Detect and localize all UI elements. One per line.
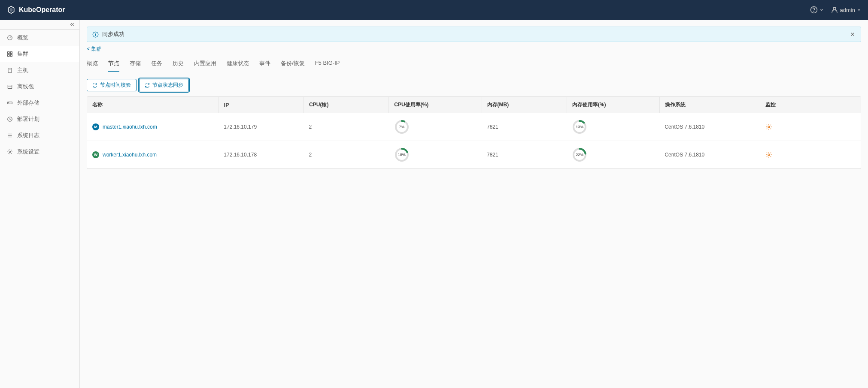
svg-marker-1	[10, 8, 13, 12]
sidebar-item-dashboard[interactable]: 概览	[0, 30, 79, 46]
col-memory-usage: 内存使用率(%)	[567, 97, 659, 113]
tab-7[interactable]: 事件	[259, 56, 270, 72]
nodes-table: 名称 IP CPU(核) CPU使用率(%) 内存(MB) 内存使用率(%) 操…	[87, 96, 861, 169]
cell-cpu: 2	[304, 113, 389, 141]
gauge-value: 13%	[576, 125, 583, 129]
col-memory: 内存(MB)	[482, 97, 567, 113]
close-icon	[850, 31, 856, 37]
sidebar-item-plan[interactable]: 部署计划	[0, 111, 79, 127]
tab-9[interactable]: F5 BIG-IP	[315, 56, 340, 72]
tab-1[interactable]: 节点	[108, 56, 119, 72]
table-row: Wworker1.xiaohu.lxh.com172.16.10.178218%…	[87, 141, 861, 169]
breadcrumb-back[interactable]: < 集群	[87, 45, 861, 53]
help-menu[interactable]	[810, 6, 824, 14]
usage-gauge: 7%	[394, 119, 410, 135]
col-cpu-usage: CPU使用率(%)	[389, 97, 482, 113]
gauge-value: 7%	[399, 125, 404, 129]
tab-4[interactable]: 历史	[173, 56, 184, 72]
alert-message: 同步成功	[102, 30, 124, 38]
alert-close-button[interactable]	[850, 31, 856, 37]
svg-point-34	[768, 154, 770, 156]
cell-cpu-usage: 7%	[389, 113, 482, 141]
tab-5[interactable]: 内置应用	[194, 56, 216, 72]
node-badge: M	[92, 123, 99, 130]
chevron-down-icon	[819, 8, 824, 12]
main-content: 同步成功 < 集群 概览节点存储任务历史内置应用健康状态事件备份/恢复F5 BI…	[80, 20, 868, 176]
sidebar-item-log[interactable]: 系统日志	[0, 127, 79, 144]
col-ip: IP	[219, 97, 303, 113]
user-icon	[831, 6, 838, 14]
cell-cpu: 2	[304, 141, 389, 169]
node-name-link[interactable]: master1.xiaohu.lxh.com	[103, 124, 157, 130]
node-status-sync-button[interactable]: 节点状态同步	[139, 79, 189, 91]
monitor-button[interactable]	[765, 123, 856, 130]
cell-cpu-usage: 18%	[389, 141, 482, 169]
svg-point-22	[95, 33, 96, 33]
tab-8[interactable]: 备份/恢复	[281, 56, 305, 72]
col-monitor: 监控	[760, 97, 861, 113]
svg-rect-7	[10, 52, 12, 54]
cell-memory: 7821	[482, 113, 567, 141]
col-cpu: CPU(核)	[304, 97, 389, 113]
cell-os: CentOS 7.6.1810	[659, 113, 760, 141]
tab-2[interactable]: 存储	[130, 56, 141, 72]
chevron-down-icon	[857, 8, 861, 12]
host-icon	[7, 67, 13, 73]
logo-icon	[7, 6, 15, 14]
svg-point-3	[813, 11, 814, 12]
usage-gauge: 22%	[572, 147, 587, 162]
table-header-row: 名称 IP CPU(核) CPU使用率(%) 内存(MB) 内存使用率(%) 操…	[87, 97, 861, 113]
sidebar: 概览集群主机离线包外部存储部署计划系统日志系统设置	[0, 20, 80, 176]
cell-memory-usage: 22%	[567, 141, 659, 169]
sidebar-item-label: 系统设置	[17, 148, 39, 156]
node-time-check-button[interactable]: 节点时间校验	[87, 79, 137, 91]
dashboard-icon	[7, 35, 13, 41]
gauge-value: 22%	[576, 153, 583, 157]
log-icon	[7, 132, 13, 138]
node-name-link[interactable]: worker1.xiaohu.lxh.com	[103, 152, 157, 158]
sidebar-collapse-button[interactable]	[0, 20, 79, 30]
app-header: KubeOperator admin	[0, 0, 868, 20]
sidebar-item-host[interactable]: 主机	[0, 62, 79, 78]
sidebar-item-label: 部署计划	[17, 115, 39, 123]
sidebar-item-package[interactable]: 离线包	[0, 78, 79, 95]
sync-icon	[92, 83, 97, 88]
svg-rect-9	[10, 54, 12, 56]
svg-rect-12	[8, 85, 12, 89]
tab-6[interactable]: 健康状态	[227, 56, 249, 72]
action-bar: 节点时间校验 节点状态同步	[87, 79, 861, 91]
sidebar-item-label: 系统日志	[17, 132, 39, 139]
usage-gauge: 13%	[572, 119, 587, 135]
sidebar-item-settings[interactable]: 系统设置	[0, 144, 79, 160]
tab-0[interactable]: 概览	[87, 56, 98, 72]
monitor-button[interactable]	[765, 151, 856, 158]
col-name: 名称	[87, 97, 219, 113]
cell-memory-usage: 13%	[567, 113, 659, 141]
storage-icon	[7, 100, 13, 106]
svg-rect-8	[8, 54, 9, 56]
cell-ip: 172.16.10.178	[219, 141, 303, 169]
sidebar-item-label: 概览	[17, 34, 28, 42]
success-alert: 同步成功	[87, 27, 861, 42]
sidebar-item-cluster[interactable]: 集群	[0, 46, 79, 62]
collapse-icon	[69, 21, 75, 27]
tab-3[interactable]: 任务	[151, 56, 162, 72]
user-menu[interactable]: admin	[831, 6, 861, 14]
svg-point-19	[9, 151, 11, 153]
svg-rect-6	[8, 52, 9, 54]
col-os: 操作系统	[659, 97, 760, 113]
help-icon	[810, 6, 818, 14]
cell-ip: 172.16.10.179	[219, 113, 303, 141]
sidebar-item-storage[interactable]: 外部存储	[0, 95, 79, 111]
svg-point-4	[833, 7, 836, 10]
app-logo[interactable]: KubeOperator	[7, 6, 65, 14]
sidebar-item-label: 主机	[17, 66, 28, 74]
user-name: admin	[840, 7, 855, 13]
svg-point-29	[768, 126, 770, 128]
cell-memory: 7821	[482, 141, 567, 169]
sync-icon	[145, 83, 150, 88]
settings-icon	[7, 149, 13, 155]
tabs: 概览节点存储任务历史内置应用健康状态事件备份/恢复F5 BIG-IP	[87, 56, 861, 72]
svg-rect-10	[8, 68, 12, 73]
sidebar-item-label: 外部存储	[17, 99, 39, 107]
